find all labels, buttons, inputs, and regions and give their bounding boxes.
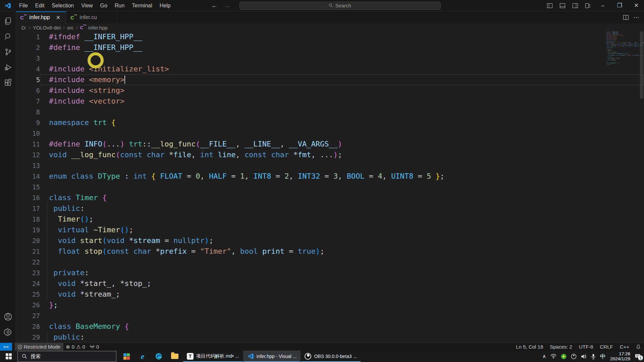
tab-infer-cu[interactable]: C++ infer.cu xyxy=(66,11,117,23)
indentation-setting[interactable]: Spaces: 2 xyxy=(546,343,576,351)
settings-gear-icon[interactable] xyxy=(0,324,16,340)
breadcrumb-drive[interactable]: D: xyxy=(21,25,26,31)
taskbar-clock[interactable]: 17:26 2024/1/29 xyxy=(610,351,630,361)
code-line-21[interactable]: 21 float stop(const char *prefix = "Time… xyxy=(16,246,644,257)
menu-view[interactable]: View xyxy=(77,0,96,11)
code-line-11[interactable]: 11#define INFO(...) trt::__log_func(__FI… xyxy=(16,139,644,149)
code-line-18[interactable]: 18 Timer(); xyxy=(16,214,644,225)
extensions-icon[interactable] xyxy=(0,75,16,90)
nav-back-icon[interactable]: ← xyxy=(211,2,218,9)
menu-help[interactable]: Help xyxy=(156,0,174,11)
nav-forward-icon[interactable]: → xyxy=(224,2,230,9)
internet-explorer-icon[interactable]: e xyxy=(135,351,151,362)
taskbar-search-box[interactable]: 搜索 xyxy=(17,351,116,362)
window-close-button[interactable]: ✕ xyxy=(629,0,644,11)
code-line-2[interactable]: 2#define __INFER_HPP__ xyxy=(16,42,644,53)
eol-setting[interactable]: CRLF xyxy=(596,343,616,351)
code-line-14[interactable]: 14enum class DType : int { FLOAT = 0, HA… xyxy=(16,171,644,182)
window-minimize-button[interactable]: – xyxy=(595,0,610,11)
code-line-6[interactable]: 6#include <string> xyxy=(16,85,644,96)
edge-browser-icon[interactable] xyxy=(151,351,167,362)
line-content: #include <initializer_list> xyxy=(40,64,644,74)
code-line-4[interactable]: 4#include <initializer_list> xyxy=(16,64,644,74)
encoding-setting[interactable]: UTF-8 xyxy=(576,343,597,351)
minimap[interactable]: #ifndef __INFER_HPP__#define __INFER_HPP… xyxy=(606,32,637,65)
command-center-search[interactable]: Search xyxy=(239,2,441,10)
menu-terminal[interactable]: Terminal xyxy=(128,0,156,11)
code-line-12[interactable]: 12void __log_func(const char *file, int … xyxy=(16,149,644,160)
code-line-10[interactable]: 10 xyxy=(16,128,644,139)
ime-indicator[interactable]: 中 xyxy=(600,353,606,360)
microphone-icon[interactable] xyxy=(591,354,596,359)
tab-infer-hpp[interactable]: C++ infer.hpp ✕ xyxy=(16,11,66,23)
breadcrumb-file[interactable]: infer.hpp xyxy=(88,25,108,31)
tab-close-icon[interactable]: ✕ xyxy=(56,14,60,21)
code-line-7[interactable]: 7#include <vector> xyxy=(16,96,644,107)
code-line-5[interactable]: 5#include <memory> xyxy=(16,74,644,85)
scrollbar-thumb[interactable] xyxy=(640,32,643,99)
code-line-26[interactable]: 26}; xyxy=(16,300,644,310)
obs-tray-icon[interactable] xyxy=(571,354,577,359)
wifi-icon[interactable] xyxy=(550,354,556,359)
code-editor[interactable]: 1#ifndef __INFER_HPP__2#define __INFER_H… xyxy=(16,32,644,343)
tray-expand-chevron[interactable]: ∧ xyxy=(542,353,546,359)
toggle-panel-icon[interactable] xyxy=(557,1,568,10)
taskbar-task-typora[interactable]: T 项目代码解析.md• ... xyxy=(183,351,243,362)
line-number: 17 xyxy=(16,203,40,214)
menu-run[interactable]: Run xyxy=(111,0,128,11)
code-line-13[interactable]: 13 xyxy=(16,160,644,171)
code-line-24[interactable]: 24 void *start_, *stop_; xyxy=(16,278,644,289)
breadcrumb-project[interactable]: YOLOv8-det xyxy=(33,25,61,31)
code-line-19[interactable]: 19 virtual ~Timer(); xyxy=(16,225,644,235)
line-number: 25 xyxy=(16,289,40,300)
editor-scrollbar[interactable] xyxy=(639,32,644,343)
remote-indicator[interactable]: >< xyxy=(0,343,12,351)
code-line-27[interactable]: 27 xyxy=(16,310,644,321)
line-number: 28 xyxy=(16,321,40,332)
puzzle-app-icon[interactable] xyxy=(118,351,135,362)
ports-indicator[interactable]: 0 xyxy=(88,343,101,351)
menu-file[interactable]: File xyxy=(15,0,32,11)
notifications-bell-icon[interactable] xyxy=(633,343,644,351)
menu-selection[interactable]: Selection xyxy=(48,0,77,11)
code-line-20[interactable]: 20 void start(void *stream = nullptr); xyxy=(16,235,644,246)
language-mode[interactable]: C++ xyxy=(616,343,633,351)
toggle-sidebar-icon[interactable] xyxy=(544,1,555,10)
taskbar-task-vscode[interactable]: infer.hpp - Visual ... xyxy=(243,351,301,362)
run-debug-icon[interactable] xyxy=(0,60,16,75)
menu-go[interactable]: Go xyxy=(97,0,111,11)
split-editor-icon[interactable] xyxy=(623,15,629,20)
more-actions-icon[interactable]: ⋯ xyxy=(633,14,639,21)
explorer-icon[interactable] xyxy=(0,13,16,29)
line-content xyxy=(40,182,644,192)
source-control-icon[interactable] xyxy=(0,44,16,60)
cursor-position[interactable]: Ln 5, Col 18 xyxy=(513,343,546,351)
menu-edit[interactable]: Edit xyxy=(32,0,48,11)
code-line-22[interactable]: 22 xyxy=(16,257,644,267)
search-sidebar-icon[interactable] xyxy=(0,29,16,44)
customize-layout-icon[interactable] xyxy=(582,1,594,10)
code-line-8[interactable]: 8 xyxy=(16,107,644,117)
code-line-23[interactable]: 23 private: xyxy=(16,267,644,278)
code-line-15[interactable]: 15 xyxy=(16,182,644,192)
code-line-9[interactable]: 9namespace trt { xyxy=(16,117,644,128)
file-explorer-icon[interactable] xyxy=(167,351,183,362)
notification-center-icon[interactable]: 1 xyxy=(635,354,641,359)
code-line-17[interactable]: 17 public: xyxy=(16,203,644,214)
breadcrumb-folder[interactable]: src xyxy=(67,25,74,31)
start-button[interactable] xyxy=(0,351,17,362)
code-line-29[interactable]: 29 public: xyxy=(16,332,644,343)
antivirus-tray-icon[interactable] xyxy=(561,354,567,359)
restricted-mode-badge[interactable]: Restricted Mode xyxy=(15,343,63,351)
code-line-28[interactable]: 28class BaseMemory { xyxy=(16,321,644,332)
window-restore-button[interactable]: ❐ xyxy=(612,0,627,11)
code-line-25[interactable]: 25 void *stream_; xyxy=(16,289,644,300)
account-icon[interactable] xyxy=(0,309,16,324)
code-line-16[interactable]: 16class Timer { xyxy=(16,192,644,203)
toggle-secondary-sidebar-icon[interactable] xyxy=(570,1,581,10)
taskbar-task-obs[interactable]: OBS 30.0.0-beta3 ... xyxy=(301,351,361,362)
volume-icon[interactable] xyxy=(581,354,587,359)
code-line-3[interactable]: 3 xyxy=(16,53,644,64)
problems-indicator[interactable]: ⊗ 0 ⚠ 0 xyxy=(63,343,88,351)
code-line-1[interactable]: 1#ifndef __INFER_HPP__ xyxy=(16,32,644,42)
